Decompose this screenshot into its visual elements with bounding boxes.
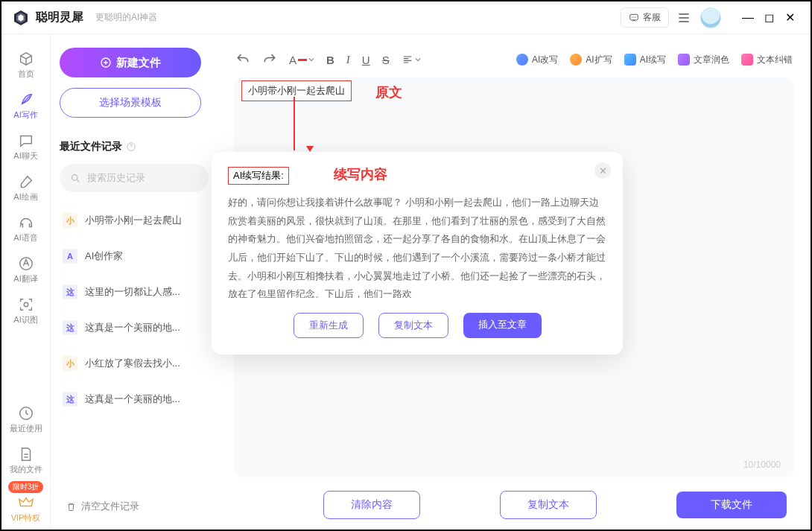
nav-paint[interactable]: AI绘画 [1,168,50,209]
nav-translate-label: AI翻译 [13,273,37,284]
ai-rewrite-label: AI改写 [532,54,558,66]
bold-button[interactable]: B [326,54,334,66]
titlebar: 聪明灵犀 更聪明的AI神器 客服 — ◻ ✕ [1,1,811,34]
file-list: 小小明带小刚一起去爬山 AAI创作家 这这里的一切都让人感... 这这真是一个美… [60,203,209,491]
chat-bubble-icon [18,133,34,149]
search-icon [70,173,81,184]
plus-circle-icon [100,57,112,69]
bottom-bar: 清除内容 复制文本 下载文件 [234,477,794,519]
file-chip: 这 [63,284,77,299]
file-item[interactable]: 这这真是一个美丽的地... [60,381,209,417]
file-item[interactable]: 这这里的一切都让人感... [60,274,209,310]
nav-ocr[interactable]: AI识图 [1,290,50,331]
nav-myfiles[interactable]: 我的文件 [1,440,50,481]
editor-area[interactable]: 小明带小刚一起去爬山 原文 ✕ AI续写结果: 续写内容 好的，请问你想让我接着… [234,77,794,477]
chat-icon [629,13,639,23]
expand-dot-icon [570,54,582,66]
clear-content-button[interactable]: 清除内容 [323,491,420,519]
file-item[interactable]: AAI创作家 [60,238,209,274]
search-placeholder: 搜索历史记录 [87,171,145,185]
result-title: AI续写结果: [228,167,289,185]
original-text-box: 小明带小刚一起去爬山 [241,80,352,101]
nav-home[interactable]: 首页 [1,45,50,86]
file-chip: 这 [63,320,77,335]
ai-result-card: ✕ AI续写结果: 续写内容 好的，请问你想让我接着讲什么故事呢？ 小明和小刚一… [212,152,623,354]
align-button[interactable] [402,54,421,66]
download-file-button[interactable]: 下载文件 [676,492,787,518]
app-logo-icon [12,9,30,27]
file-item[interactable]: 小小明带小刚一起去爬山 [60,203,209,238]
char-counter: 10/10000 [743,460,781,470]
nav-chat-label: AI聊天 [13,150,37,162]
file-label: 这真是一个美丽的地... [85,392,180,406]
svg-point-2 [633,16,634,17]
nav-ocr-label: AI识图 [13,314,37,325]
redo-icon[interactable] [262,52,277,67]
close-button[interactable]: ✕ [779,10,800,25]
crown-icon [18,495,34,511]
svg-point-5 [24,302,28,307]
app-name: 聪明灵犀 [36,10,83,25]
promo-badge: 限时3折 [8,481,44,493]
italic-button[interactable]: I [346,54,350,66]
annotation-arrow [306,146,314,152]
trash-icon [66,501,77,512]
close-result-button[interactable]: ✕ [594,162,611,179]
file-panel: 新建文件 选择场景模板 最近文件记录 搜索历史记录 小小明带小刚一起去爬山 AA… [51,34,218,530]
avatar[interactable] [700,7,721,28]
nav-vip-label: VIP特权 [11,512,41,524]
new-file-label: 新建文件 [116,56,161,70]
strike-button[interactable]: S [382,54,390,66]
ai-expand-label: AI扩写 [586,54,612,66]
menu-icon[interactable] [676,10,691,25]
nav-translate[interactable]: AI翻译 [1,249,50,290]
nav-voice[interactable]: AI语音 [1,209,50,249]
correct-button[interactable]: 文本纠错 [741,54,793,66]
ai-rewrite-button[interactable]: AI改写 [516,54,558,66]
file-icon [18,446,34,462]
regenerate-button[interactable]: 重新生成 [294,313,364,338]
annotation-original: 原文 [375,83,402,101]
nav-write[interactable]: AI写作 [1,86,50,127]
nav-write-label: AI写作 [13,109,37,121]
polish-dot-icon [678,54,690,66]
help-icon[interactable] [126,142,136,152]
undo-icon[interactable] [235,52,250,67]
nav-vip[interactable]: VIP特权 [1,489,50,530]
polish-button[interactable]: 文章润色 [678,54,729,66]
chevron-down-icon [415,57,421,63]
pen-dot-icon [516,54,528,66]
ai-expand-button[interactable]: AI扩写 [570,54,612,66]
file-item[interactable]: 小小红放了寒假去找小... [60,346,209,381]
nav-voice-label: AI语音 [13,232,37,244]
align-left-icon [402,54,413,66]
nav-recent-label: 最近使用 [10,423,42,434]
file-chip: 小 [63,213,77,228]
clear-files-button[interactable]: 清空文件记录 [60,491,209,522]
copy-result-button[interactable]: 复制文本 [378,313,448,338]
choose-template-button[interactable]: 选择场景模板 [60,88,201,118]
file-item[interactable]: 这这真是一个美丽的地... [60,310,209,346]
svg-point-3 [635,16,636,17]
insert-button[interactable]: 插入至文章 [463,313,542,338]
nav-chat[interactable]: AI聊天 [1,127,50,168]
file-label: 这真是一个美丽的地... [85,321,180,334]
copy-text-button[interactable]: 复制文本 [500,491,597,519]
search-input[interactable]: 搜索历史记录 [60,164,209,192]
correct-dot-icon [741,54,753,66]
nav-recent[interactable]: 最近使用 [1,399,50,440]
new-file-button[interactable]: 新建文件 [60,48,201,77]
file-chip: 这 [63,392,77,407]
headphone-icon [18,214,34,231]
ai-continue-button[interactable]: AI续写 [624,54,666,66]
minimize-button[interactable]: — [738,11,758,25]
chevron-down-icon [308,57,314,63]
underline-button[interactable]: U [362,54,370,66]
continue-dot-icon [624,54,636,66]
maximize-button[interactable]: ◻ [758,10,779,25]
result-body: 好的，请问你想让我接着讲什么故事呢？ 小明和小刚一起去爬山，他们一路上边聊天边欣… [228,194,606,298]
main-area: A B I U S AI改写 AI扩写 AI续写 文章润色 文本纠错 小明带小刚… [218,34,811,530]
font-color-button[interactable]: A [289,54,314,66]
customer-service-button[interactable]: 客服 [621,7,669,28]
scan-icon [18,296,34,313]
